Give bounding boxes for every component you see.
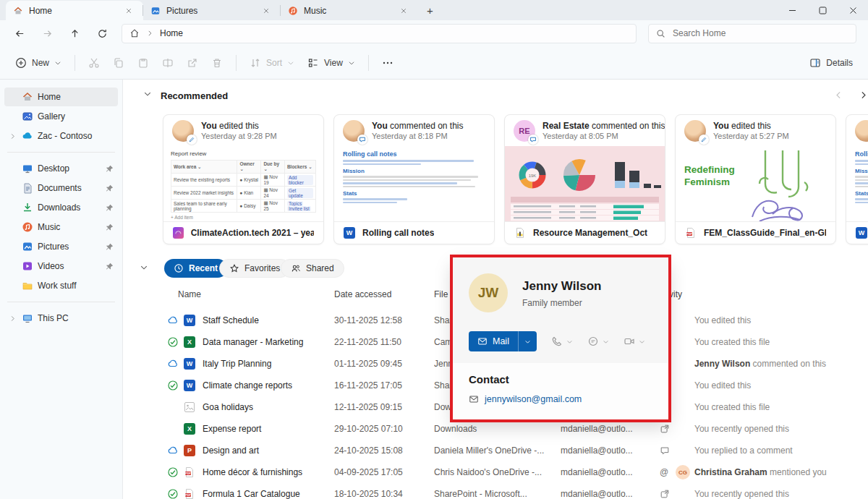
recommended-card-rolling-call-notes[interactable]: You commented on this Yesterday at 8:18 … — [333, 114, 495, 244]
search-icon — [656, 29, 665, 38]
delete-button[interactable] — [205, 52, 229, 74]
close-button[interactable] — [838, 0, 868, 20]
activity-text: You recently opened this — [694, 489, 789, 499]
video-call-button[interactable] — [624, 336, 645, 347]
refresh-button[interactable] — [90, 23, 114, 43]
file-row-formula-1-car-catalogue[interactable]: PDF Formula 1 Car Catalogue 18-10-2025 1… — [123, 483, 868, 499]
sort-button[interactable]: Sort — [243, 52, 301, 74]
card-file-name: Rolling call notes — [362, 228, 434, 238]
rename-button[interactable] — [156, 52, 180, 74]
copy-button[interactable] — [106, 52, 131, 74]
file-location: Downloads — [434, 424, 561, 434]
details-button[interactable]: Details — [803, 52, 859, 74]
date-accessed: 24-10-2025 15:08 — [334, 445, 434, 456]
breadcrumb[interactable]: Home — [160, 28, 183, 38]
pin-icon — [103, 242, 115, 252]
column-header-date-accessed[interactable]: Date accessed — [334, 289, 391, 299]
new-tab-button[interactable]: + — [418, 1, 442, 20]
tab-pictures[interactable]: Pictures — [143, 1, 281, 20]
contact-name: Jenny Wilson — [522, 279, 601, 294]
new-button[interactable]: New — [9, 52, 68, 74]
recommended-collapse-icon[interactable] — [143, 90, 152, 98]
recommended-card-resource-management-oct[interactable]: RE Real Estate commented on this Yesterd… — [504, 114, 665, 244]
chevron-down-icon — [639, 338, 645, 345]
sidebar-item-gallery[interactable]: Gallery — [4, 107, 118, 126]
sidebar-item-this-pc[interactable]: This PC — [4, 309, 118, 328]
pin-icon — [103, 164, 115, 174]
card-file-name: Resource Management_Oct — [533, 228, 647, 238]
activity-text: Christina Graham mentioned you — [694, 467, 827, 477]
expand-chevron-icon[interactable] — [7, 315, 17, 323]
filter-pill-shared[interactable]: Shared — [281, 259, 344, 278]
toolbar-separator — [368, 55, 369, 71]
sidebar-item-videos[interactable]: Videos — [4, 257, 118, 276]
search-input[interactable] — [671, 27, 848, 39]
cut-button[interactable] — [82, 52, 106, 74]
comment-activity-icon — [660, 445, 670, 456]
tab-close-icon[interactable] — [259, 6, 273, 16]
share-button[interactable] — [180, 52, 205, 74]
pin-icon — [103, 262, 115, 271]
contact-email-link[interactable]: jennywilson@gmail.com — [485, 394, 582, 404]
svg-text:19K: 19K — [529, 174, 537, 178]
call-button[interactable] — [551, 336, 573, 347]
downloads-icon — [20, 202, 35, 213]
sidebar-item-zac-contoso[interactable]: Zac - Contoso — [4, 127, 118, 145]
maximize-button[interactable] — [807, 0, 838, 20]
column-header-name[interactable]: Name — [178, 289, 201, 299]
recommended-scroll-right-icon[interactable] — [859, 90, 868, 100]
forward-button[interactable] — [35, 23, 59, 43]
desktop-icon — [20, 163, 35, 174]
word-file-icon: W — [184, 380, 195, 391]
files-collapse-icon[interactable] — [140, 263, 148, 272]
sidebar-item-music[interactable]: Music — [4, 218, 118, 236]
pdf-file-icon: PDF — [184, 466, 195, 478]
tab-close-icon[interactable] — [122, 6, 136, 16]
file-row-home-d-cor-furnishings[interactable]: PDF Home décor & furnishings 04-09-2025 … — [123, 461, 868, 483]
recommended-card-rolling-call-notes[interactable]: You edited this Rolling call notes Missi… — [846, 114, 868, 244]
address-home-icon — [129, 28, 140, 38]
recommended-scroll-left-icon[interactable] — [834, 90, 843, 100]
view-icon — [307, 57, 319, 69]
opened-activity-icon — [660, 489, 670, 499]
clock-icon — [174, 263, 184, 273]
search-box[interactable] — [648, 24, 856, 43]
activity-text: You recently opened this — [694, 424, 789, 434]
file-row-expense-report[interactable]: X Expense report 29-10-2025 07:10 Downlo… — [123, 418, 868, 440]
tab-close-icon[interactable] — [396, 6, 411, 16]
file-row-design-and-art[interactable]: P Design and art 24-10-2025 15:08 Daniel… — [123, 440, 868, 461]
filter-pill-recent[interactable]: Recent — [164, 259, 227, 278]
tab-home[interactable]: Home — [6, 1, 143, 20]
filter-pill-favorites[interactable]: Favorites — [219, 259, 290, 278]
opened-activity-icon — [660, 424, 670, 434]
sidebar-item-home[interactable]: Home — [4, 88, 118, 106]
back-button[interactable] — [7, 23, 32, 43]
pictures-icon — [20, 241, 35, 252]
activity-text: You edited this — [694, 315, 751, 325]
tab-music[interactable]: Music — [281, 1, 418, 20]
sidebar-item-work-stuff[interactable]: Work stuff — [4, 276, 118, 295]
sidebar-item-downloads[interactable]: Downloads — [4, 198, 118, 217]
address-bar[interactable]: Home — [122, 24, 637, 43]
recommended-card-climateaction-tech-2021-year[interactable]: You edited this Yesterday at 9:28 PM Rep… — [163, 114, 324, 244]
sidebar-item-pictures[interactable]: Pictures — [4, 237, 118, 256]
recommended-card-fem-classguide-final-en-gb[interactable]: You edited this Yesterday at 5:27 PM Red… — [675, 114, 836, 244]
initials-avatar: CG — [676, 465, 690, 479]
minimize-button[interactable] — [777, 0, 807, 20]
more-options-button[interactable] — [375, 52, 400, 74]
chat-button[interactable] — [587, 336, 609, 347]
up-button[interactable] — [62, 23, 87, 43]
sidebar-item-documents[interactable]: Documents — [4, 179, 118, 197]
activity-text: Jenny Wilson commented on this — [694, 359, 826, 369]
contact-email-row: jennywilson@gmail.com — [469, 394, 652, 404]
expand-chevron-icon[interactable] — [7, 132, 17, 140]
onedrive-sync-icon — [167, 315, 179, 326]
sidebar-item-desktop[interactable]: Desktop — [4, 159, 118, 178]
date-accessed: 12-11-2025 09:15 — [334, 402, 434, 412]
mail-dropdown-button[interactable] — [518, 331, 537, 351]
date-accessed: 22-11-2025 11:50 — [334, 337, 434, 347]
mail-button[interactable]: Mail — [469, 331, 518, 351]
paste-button[interactable] — [131, 52, 156, 74]
view-button[interactable]: View — [301, 52, 362, 74]
contact-avatar: JW — [469, 273, 508, 312]
